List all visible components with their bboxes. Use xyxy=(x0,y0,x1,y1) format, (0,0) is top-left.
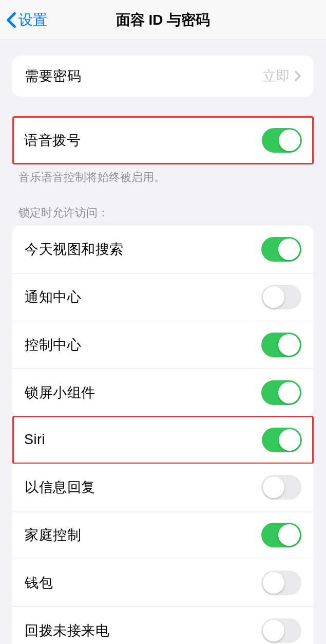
require-passcode-label: 需要密码 xyxy=(25,67,81,85)
return-calls-toggle[interactable] xyxy=(261,618,301,643)
lock-widgets-row: 锁屏小组件 xyxy=(12,369,314,416)
notification-center-toggle[interactable] xyxy=(261,285,301,309)
siri-toggle[interactable] xyxy=(262,428,302,452)
require-passcode-row[interactable]: 需要密码 立即 xyxy=(12,56,314,97)
reply-message-label: 以信息回复 xyxy=(25,478,95,496)
home-control-row: 家庭控制 xyxy=(12,511,314,559)
today-view-label: 今天视图和搜索 xyxy=(25,240,124,259)
wallet-row: 钱包 xyxy=(12,559,314,606)
reply-message-toggle[interactable] xyxy=(261,475,301,500)
page-title: 面容 ID 与密码 xyxy=(116,10,210,30)
reply-message-row: 以信息回复 xyxy=(12,464,314,511)
wallet-toggle[interactable] xyxy=(261,571,301,595)
siri-highlight: Siri xyxy=(12,416,314,464)
voice-dial-row: 语音拨号 xyxy=(14,118,312,163)
back-button[interactable]: 设置 xyxy=(6,10,47,30)
chevron-right-icon xyxy=(294,70,301,82)
siri-row: Siri xyxy=(14,417,312,463)
return-calls-label: 回拨未接来电 xyxy=(25,621,109,640)
wallet-label: 钱包 xyxy=(25,574,53,592)
today-view-row: 今天视图和搜索 xyxy=(12,226,314,273)
lock-widgets-label: 锁屏小组件 xyxy=(25,383,95,402)
home-control-label: 家庭控制 xyxy=(25,526,81,544)
lock-widgets-toggle[interactable] xyxy=(261,380,301,405)
voice-dial-label: 语音拨号 xyxy=(24,131,81,150)
notification-center-label: 通知中心 xyxy=(25,288,81,306)
home-control-toggle[interactable] xyxy=(261,523,301,547)
siri-label: Siri xyxy=(24,432,45,448)
today-view-toggle[interactable] xyxy=(261,237,301,262)
voice-dial-toggle[interactable] xyxy=(262,128,302,153)
voice-dial-footer: 音乐语音控制将始终被启用。 xyxy=(0,164,326,186)
chevron-left-icon xyxy=(6,12,16,28)
allow-access-header: 锁定时允许访问： xyxy=(0,205,326,226)
notification-center-row: 通知中心 xyxy=(12,273,314,321)
voice-dial-highlight: 语音拨号 xyxy=(12,116,314,164)
navigation-bar: 设置 面容 ID 与密码 xyxy=(0,0,326,40)
return-calls-row: 回拨未接来电 xyxy=(12,606,314,644)
control-center-row: 控制中心 xyxy=(12,321,314,369)
back-label: 设置 xyxy=(18,10,47,30)
control-center-toggle[interactable] xyxy=(261,333,301,357)
require-passcode-value: 立即 xyxy=(262,67,290,85)
control-center-label: 控制中心 xyxy=(25,336,81,354)
